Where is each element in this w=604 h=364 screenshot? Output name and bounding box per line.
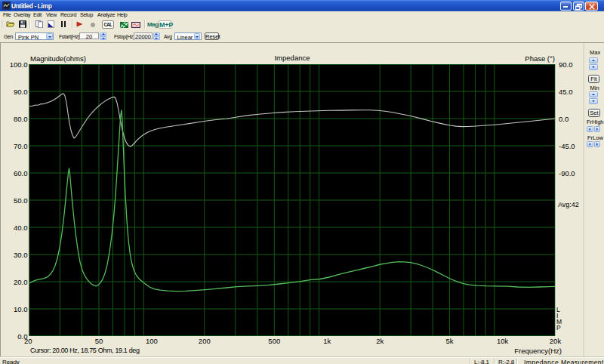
svg-text:Frequency(Hz): Frequency(Hz)	[514, 347, 562, 355]
svg-text:-45.0: -45.0	[559, 142, 575, 150]
svg-text:40.0: 40.0	[14, 224, 28, 232]
svg-text:80.0: 80.0	[14, 115, 28, 123]
svg-text:5k: 5k	[446, 337, 454, 345]
svg-text:Impedance: Impedance	[274, 54, 310, 62]
svg-text:-90.0: -90.0	[559, 169, 575, 177]
svg-text:Cursor: 20.00 Hz, 18.75 Ohm, 1: Cursor: 20.00 Hz, 18.75 Ohm, 19.1 deg	[30, 347, 140, 354]
svg-text:20k: 20k	[550, 337, 562, 345]
svg-text:100: 100	[146, 337, 158, 345]
svg-text:Avg:42: Avg:42	[558, 201, 579, 208]
svg-text:20.0: 20.0	[14, 278, 28, 286]
svg-text:P: P	[556, 324, 561, 332]
svg-text:50.0: 50.0	[14, 196, 28, 205]
svg-text:45.0: 45.0	[559, 88, 573, 96]
svg-text:90.0: 90.0	[559, 60, 573, 69]
svg-text:1k: 1k	[323, 337, 331, 345]
svg-text:30.0: 30.0	[14, 251, 28, 259]
svg-text:50: 50	[95, 337, 103, 345]
svg-text:0.0: 0.0	[559, 115, 569, 123]
svg-text:100.0: 100.0	[10, 60, 28, 69]
svg-text:500: 500	[268, 337, 280, 345]
svg-text:10k: 10k	[497, 337, 509, 345]
svg-text:10.0: 10.0	[14, 305, 28, 313]
svg-text:200: 200	[199, 337, 211, 345]
svg-text:90.0: 90.0	[14, 88, 28, 96]
svg-text:Magnitude(ohms): Magnitude(ohms)	[30, 54, 86, 63]
svg-text:70.0: 70.0	[14, 142, 28, 150]
svg-text:Phase (°): Phase (°)	[525, 54, 555, 63]
svg-text:2k: 2k	[376, 337, 384, 345]
svg-text:20: 20	[24, 337, 32, 345]
svg-text:60.0: 60.0	[14, 169, 28, 177]
